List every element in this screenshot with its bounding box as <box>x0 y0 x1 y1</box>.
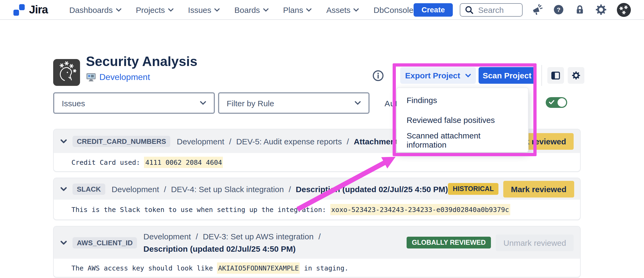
finding-text: The AWS access key should look like <box>71 264 217 272</box>
nav-item-boards[interactable]: Boards <box>234 5 269 14</box>
page-settings-button[interactable] <box>568 67 584 84</box>
svg-text:?: ? <box>557 6 560 13</box>
historical-badge: HISTORICAL <box>448 183 498 195</box>
breadcrumb-separator: / <box>289 184 291 193</box>
page-title: Security Analysis <box>86 54 197 69</box>
help-icon[interactable]: ? <box>553 4 565 16</box>
nav-item-dbconsole[interactable]: DbConsole <box>374 5 413 14</box>
nav-item-label: DbConsole <box>374 5 413 14</box>
main-menu: Dashboards Projects Issues Boards Plans … <box>69 5 413 14</box>
nav-item-issues[interactable]: Issues <box>188 5 220 14</box>
sidebar-layout-icon <box>551 71 560 80</box>
nav-item-plans[interactable]: Plans <box>283 5 312 14</box>
top-nav: Jira Dashboards Projects Issues Boards P… <box>0 0 644 20</box>
export-project-label: Export Project <box>405 71 460 80</box>
unmark-reviewed-button: Unmark reviewed <box>496 234 574 251</box>
finding-text: in staging. <box>300 264 349 272</box>
breadcrumb-location: Description (updated 02/Jul/25 4:50 PM) <box>296 184 448 193</box>
rule-badge: SLACK <box>73 183 105 195</box>
project-avatar <box>53 59 80 86</box>
breadcrumb-issue: DEV-5: Audit expense reports <box>236 137 342 146</box>
scan-project-button[interactable]: Scan Project <box>479 67 536 84</box>
collapse-chevron-icon[interactable] <box>60 240 67 245</box>
nav-item-assets[interactable]: Assets <box>326 5 359 14</box>
nav-icon-group: ? <box>531 2 631 17</box>
issues-select[interactable]: Issues <box>53 92 215 114</box>
export-menu: Findings Reviewed false positives Scanne… <box>396 87 529 152</box>
user-avatar[interactable] <box>617 2 631 17</box>
finding-body: Credit Card used: 4111 0062 2084 4604 <box>54 153 580 171</box>
mark-reviewed-button[interactable]: Mark reviewed <box>503 181 574 197</box>
collapse-chevron-icon[interactable] <box>60 139 67 144</box>
project-link-row: Development <box>86 72 150 82</box>
divider <box>394 65 394 86</box>
breadcrumb-project: Development <box>177 137 224 146</box>
finding-body: The AWS access key should look like AKIA… <box>54 259 580 277</box>
finding-header: SLACK Development/DEV-4: Set up Slack in… <box>54 178 580 200</box>
finding-actions: HISTORICAL Mark reviewed <box>448 181 574 197</box>
chevron-down-icon <box>354 101 361 105</box>
toggle-knob <box>558 98 566 107</box>
breadcrumb: Development/DEV-5: Audit expense reports… <box>177 135 422 147</box>
breadcrumb-separator: / <box>347 137 349 146</box>
check-icon <box>549 100 554 105</box>
secret-highlight: 4111 0062 2084 4604 <box>144 156 223 168</box>
info-icon[interactable] <box>372 70 384 82</box>
lock-icon[interactable] <box>574 4 585 15</box>
nav-item-label: Issues <box>188 5 211 14</box>
breadcrumb-separator: / <box>196 232 198 241</box>
finding-actions: GLOBALLY REVIEWED Unmark reviewed <box>407 234 574 251</box>
monitor-icon <box>86 73 96 82</box>
gear-icon[interactable] <box>595 4 607 16</box>
divider <box>541 65 542 86</box>
search-input[interactable] <box>477 5 518 15</box>
nav-item-label: Boards <box>234 5 260 14</box>
chevron-down-icon <box>168 8 173 12</box>
rule-filter-value: Filter by Rule <box>227 98 274 108</box>
breadcrumb-issue: DEV-3: Set up AWS integration <box>203 232 313 241</box>
megaphone-icon[interactable] <box>531 3 543 16</box>
collapse-chevron-icon[interactable] <box>60 186 67 191</box>
export-menu-item-reviewed-false-positives[interactable]: Reviewed false positives <box>397 110 528 130</box>
finding-text: Credit Card used: <box>71 158 144 166</box>
jira-logo-icon <box>13 3 25 16</box>
chevron-down-icon <box>263 8 269 12</box>
rule-filter-select[interactable]: Filter by Rule <box>218 92 370 114</box>
nav-item-label: Dashboards <box>69 5 113 14</box>
finding-row-aws: AWS_CLIENT_ID Development/DEV-3: Set up … <box>53 226 581 277</box>
export-project-button[interactable]: Export Project <box>400 67 476 84</box>
secret-highlight: AKIAIO5FODNN7EXAMPLE <box>217 262 300 273</box>
chevron-down-icon <box>306 8 312 12</box>
chevron-down-icon <box>465 73 471 78</box>
chevron-down-icon <box>215 8 220 12</box>
search-box <box>460 3 523 16</box>
chevron-down-icon <box>200 101 206 105</box>
issues-select-value: Issues <box>62 98 85 108</box>
breadcrumb: Development/DEV-3: Set up AWS integratio… <box>143 230 325 255</box>
search-icon <box>465 5 474 14</box>
auto-hide-reviewed-toggle[interactable] <box>546 97 567 108</box>
breadcrumb-separator: / <box>229 137 231 146</box>
globally-reviewed-badge: GLOBALLY REVIEWED <box>407 237 491 248</box>
create-button[interactable]: Create <box>413 3 453 16</box>
breadcrumb-issue: DEV-4: Set up Slack integration <box>171 184 284 193</box>
secret-highlight: xoxo-523423-234243-234233-e039d02840a0b9… <box>330 204 510 215</box>
chevron-down-icon <box>116 8 121 12</box>
project-link[interactable]: Development <box>99 72 150 82</box>
nav-item-label: Assets <box>326 5 350 14</box>
finding-header: AWS_CLIENT_ID Development/DEV-3: Set up … <box>54 226 580 259</box>
export-menu-item-findings[interactable]: Findings <box>397 90 528 110</box>
breadcrumb-project: Development <box>112 184 159 193</box>
jira-window: Jira Dashboards Projects Issues Boards P… <box>0 0 644 278</box>
export-menu-item-scanned-attachment-info[interactable]: Scanned attachment information <box>397 130 528 150</box>
rule-badge: CREDIT_CARD_NUMBERS <box>73 136 170 147</box>
breadcrumb-separator: / <box>164 184 166 193</box>
finding-row-slack: SLACK Development/DEV-4: Set up Slack in… <box>53 178 581 220</box>
nav-item-projects[interactable]: Projects <box>136 5 173 14</box>
chevron-down-icon <box>354 8 359 12</box>
details-panel-button[interactable] <box>547 67 564 84</box>
jira-logo[interactable]: Jira <box>13 3 48 16</box>
nav-item-dashboards[interactable]: Dashboards <box>69 5 121 14</box>
breadcrumb-location: Description (updated 02/Jul/25 4:50 PM) <box>143 243 325 255</box>
rule-badge: AWS_CLIENT_ID <box>73 237 137 248</box>
